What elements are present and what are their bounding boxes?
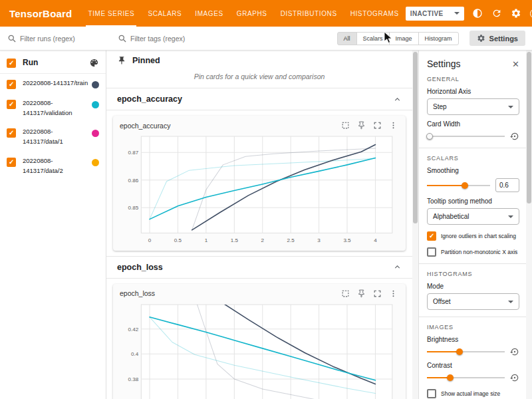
more-options-icon[interactable] (389, 289, 398, 298)
svg-text:0.87: 0.87 (128, 150, 139, 156)
tab-graphs[interactable]: GRAPHS (230, 0, 274, 27)
reload-status-dropdown[interactable]: INACTIVE (406, 7, 464, 21)
pin-card-icon[interactable] (357, 121, 366, 130)
fullscreen-icon[interactable] (373, 289, 382, 298)
contrast-slider[interactable] (427, 374, 505, 382)
tooltip-sorting-label: Tooltip sorting method (427, 198, 519, 205)
section-label-scalars: SCALARS (427, 155, 519, 162)
filter-runs-input[interactable] (20, 35, 93, 43)
run-checkbox[interactable] (7, 158, 16, 167)
settings-panel: Settings ✕ GENERAL Horizontal Axis Step … (418, 51, 526, 399)
brightness-label: Brightness (427, 336, 519, 343)
scrollbar-thumb[interactable] (527, 52, 531, 203)
filter-tags-input[interactable] (130, 35, 263, 43)
partition-x-axis-label: Partition non-monotonic X axis (441, 249, 517, 255)
theme-toggle-icon[interactable] (471, 7, 483, 19)
slider-thumb[interactable] (447, 374, 454, 381)
run-row-data-2[interactable]: 20220808-141317/data/2 (0, 152, 106, 180)
run-row-validation[interactable]: 20220808-141317/validation (0, 94, 106, 122)
palette-icon[interactable] (89, 58, 99, 68)
card-width-label: Card Width (427, 120, 519, 128)
svg-text:0.4: 0.4 (131, 351, 139, 357)
tag-type-filter-group: All Scalars Image Histogram (337, 32, 459, 45)
run-checkbox[interactable] (7, 128, 16, 138)
svg-text:0.42: 0.42 (128, 326, 139, 332)
line-chart-epoch-loss[interactable]: 00.511.522.533.540.360.380.40.42 (118, 301, 400, 399)
horizontal-axis-select[interactable]: Step (427, 98, 519, 115)
fit-to-data-icon[interactable] (341, 289, 350, 298)
tooltip-sorting-value: Alphabetical (433, 213, 469, 220)
run-name: 20220808-141317/data/1 (23, 127, 92, 146)
brightness-slider[interactable] (427, 348, 505, 356)
tags-filter (118, 35, 337, 43)
svg-text:0.5: 0.5 (174, 237, 182, 243)
tab-histograms[interactable]: HISTOGRAMS (344, 0, 406, 27)
section-header-epoch-accuracy[interactable]: epoch_accuracy (106, 88, 412, 110)
collapse-chevron-icon[interactable] (393, 95, 402, 104)
card-title: epoch_loss (120, 289, 155, 297)
svg-text:0: 0 (148, 237, 152, 243)
pinned-section-header: Pinned (106, 51, 412, 69)
scrollbar-thumb[interactable] (413, 52, 418, 223)
filter-scalars-button[interactable]: Scalars (356, 32, 390, 45)
show-actual-size-label: Show actual image size (441, 390, 500, 397)
more-options-icon[interactable] (389, 121, 398, 130)
fullscreen-icon[interactable] (373, 121, 382, 130)
close-icon[interactable]: ✕ (512, 59, 519, 69)
refresh-icon[interactable] (491, 7, 503, 19)
fit-to-data-icon[interactable] (341, 121, 350, 130)
ignore-outliers-row[interactable]: Ignore outliers in chart scaling (427, 231, 519, 241)
filter-histogram-button[interactable]: Histogram (418, 32, 459, 45)
filter-image-button[interactable]: Image (389, 32, 419, 45)
chevron-down-icon (454, 12, 460, 15)
reset-contrast-icon[interactable] (510, 373, 519, 382)
smoothing-slider[interactable] (427, 182, 490, 190)
tab-images[interactable]: IMAGES (188, 0, 230, 27)
select-all-runs-checkbox[interactable] (7, 59, 16, 68)
show-actual-size-checkbox[interactable] (427, 389, 436, 398)
tensorboard-app: TensorBoard TIME SERIES SCALARS IMAGES G… (0, 0, 532, 399)
histogram-mode-label: Mode (427, 283, 519, 290)
pinned-empty-message: Pin cards for a quick view and compariso… (106, 69, 412, 88)
run-row-train[interactable]: 20220808-141317/train (0, 74, 106, 94)
tab-scalars[interactable]: SCALARS (141, 0, 188, 27)
runs-filter (0, 35, 108, 43)
line-chart-epoch-accuracy[interactable]: 00.511.522.533.540.850.860.87 (118, 132, 400, 245)
filter-all-button[interactable]: All (337, 32, 357, 45)
section-header-epoch-loss[interactable]: epoch_loss (106, 256, 412, 279)
tab-time-series[interactable]: TIME SERIES (81, 0, 141, 27)
smoothing-label: Smoothing (427, 167, 519, 174)
main-scrollbar[interactable] (412, 51, 418, 399)
card-actions (341, 121, 398, 130)
card-width-slider[interactable] (427, 132, 505, 140)
collapse-chevron-icon[interactable] (393, 263, 402, 271)
partition-x-axis-row[interactable]: Partition non-monotonic X axis i (427, 247, 519, 257)
gear-icon[interactable] (510, 7, 522, 19)
reset-card-width-icon[interactable] (510, 132, 519, 141)
smoothing-value-input[interactable] (495, 178, 519, 192)
pinned-title: Pinned (132, 56, 160, 65)
help-icon[interactable]: ? (529, 7, 532, 19)
show-actual-size-row[interactable]: Show actual image size (427, 389, 519, 398)
slider-thumb[interactable] (456, 348, 463, 355)
slider-thumb[interactable] (462, 182, 468, 189)
settings-scrollbar[interactable] (526, 51, 532, 399)
histogram-mode-select[interactable]: Offset (427, 293, 519, 310)
settings-button-label: Settings (489, 35, 518, 43)
partition-x-axis-checkbox[interactable] (427, 247, 436, 257)
divider (419, 148, 526, 148)
pin-card-icon[interactable] (357, 289, 366, 298)
run-checkbox[interactable] (7, 80, 16, 89)
horizontal-axis-label: Horizontal Axis (427, 88, 519, 95)
tab-distributions[interactable]: DISTRIBUTIONS (274, 0, 344, 27)
reset-brightness-icon[interactable] (510, 347, 519, 356)
card-title: epoch_accuracy (120, 122, 170, 130)
card-header: epoch_loss (118, 288, 400, 301)
ignore-outliers-checkbox[interactable] (427, 231, 436, 241)
tooltip-sorting-select[interactable]: Alphabetical (427, 208, 519, 225)
settings-button[interactable]: Settings (469, 31, 525, 46)
slider-thumb[interactable] (426, 133, 433, 140)
run-row-data-1[interactable]: 20220808-141317/data/1 (0, 122, 106, 151)
svg-text:0.86: 0.86 (128, 178, 139, 184)
run-checkbox[interactable] (7, 100, 16, 109)
